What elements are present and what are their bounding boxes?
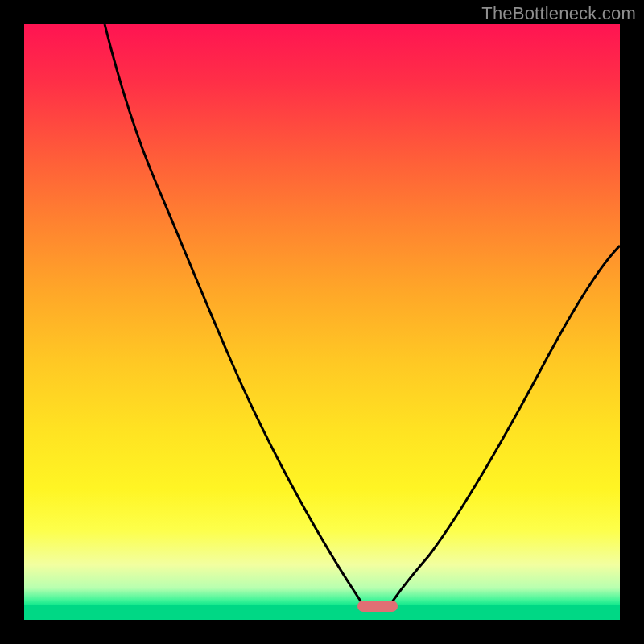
chart-frame: TheBottleneck.com: [0, 0, 644, 644]
plot-area: [24, 24, 620, 620]
bottleneck-curve: [24, 24, 620, 620]
optimum-marker: [357, 601, 398, 612]
curve-right-branch: [386, 246, 620, 609]
curve-left-branch: [105, 24, 367, 609]
watermark-text: TheBottleneck.com: [481, 3, 636, 24]
